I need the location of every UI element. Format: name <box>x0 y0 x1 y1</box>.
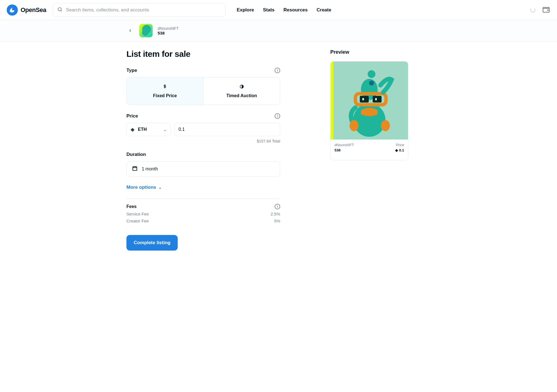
token-id: 538 <box>158 31 179 35</box>
preview-title: Preview <box>330 49 431 55</box>
wallet-icon[interactable] <box>542 5 550 15</box>
preview-price-value: 0.1 <box>399 148 404 152</box>
item-meta: dNounsNFT 538 <box>158 26 179 35</box>
search-input[interactable] <box>66 7 221 13</box>
svg-rect-4 <box>133 167 137 171</box>
more-options-toggle[interactable]: More options ⌄ <box>126 185 280 190</box>
type-info-icon[interactable]: i <box>275 68 280 73</box>
preview-card[interactable]: dNounsNFT 538 Price ◆ 0.1 <box>330 61 408 160</box>
service-fee-label: Service Fee <box>126 212 149 216</box>
svg-point-2 <box>548 10 548 11</box>
creator-fee-label: Creator Fee <box>126 219 149 223</box>
loading-icon <box>530 8 535 13</box>
price-info-icon[interactable]: i <box>275 113 280 119</box>
type-option-auction[interactable]: Timed Auction <box>204 77 280 105</box>
more-options-label: More options <box>126 185 156 190</box>
nav-links: Explore Stats Resources Create <box>237 7 331 13</box>
item-thumbnail[interactable] <box>139 24 153 37</box>
svg-point-14 <box>350 120 358 131</box>
back-button[interactable] <box>126 27 134 35</box>
nav-resources[interactable]: Resources <box>284 7 308 13</box>
chevron-down-icon: ⌄ <box>163 127 167 132</box>
preview-collection: dNounsNFT <box>334 143 354 147</box>
svg-rect-12 <box>375 98 377 100</box>
type-label: Type <box>126 68 137 73</box>
page-title: List item for sale <box>126 49 280 59</box>
timer-icon <box>239 84 244 90</box>
search-bar[interactable] <box>53 3 226 17</box>
eth-icon: ◆ <box>395 148 398 152</box>
creator-fee-value: 5% <box>274 219 280 223</box>
usd-total: $157.64 Total <box>126 139 280 143</box>
opensea-logo-icon <box>7 4 18 16</box>
search-icon <box>57 7 63 13</box>
price-label: Price <box>126 113 138 119</box>
preview-price-label: Price <box>395 143 404 147</box>
svg-rect-10 <box>373 96 382 102</box>
currency-select[interactable]: ◆ ETH ⌄ <box>126 123 171 136</box>
svg-point-0 <box>58 8 61 11</box>
collection-name[interactable]: dNounsNFT <box>158 26 179 31</box>
complete-listing-button[interactable]: Complete listing <box>126 235 178 251</box>
nav-create[interactable]: Create <box>317 7 331 13</box>
svg-point-13 <box>368 70 375 78</box>
nav-explore[interactable]: Explore <box>237 7 254 13</box>
svg-rect-9 <box>360 96 369 102</box>
svg-rect-11 <box>362 98 364 100</box>
brand-name: OpenSea <box>21 6 46 14</box>
calendar-icon <box>132 165 138 173</box>
separator <box>126 199 280 199</box>
listing-form: List item for sale Type i Fixed Price Ti… <box>126 49 280 251</box>
svg-point-7 <box>369 80 374 85</box>
duration-label: Duration <box>126 152 146 157</box>
preview-token-id: 538 <box>334 148 354 152</box>
duration-value: 1 month <box>142 166 158 171</box>
svg-point-15 <box>381 120 390 131</box>
currency-symbol: ETH <box>138 127 147 132</box>
eth-icon: ◆ <box>131 126 135 133</box>
type-toggle: Fixed Price Timed Auction <box>126 77 280 105</box>
item-header-bar: dNounsNFT 538 <box>0 20 557 41</box>
type-auction-label: Timed Auction <box>226 93 257 98</box>
fees-info-icon[interactable]: i <box>275 204 280 209</box>
price-input[interactable] <box>174 123 280 136</box>
dollar-icon <box>162 84 167 90</box>
brand[interactable]: OpenSea <box>7 4 46 16</box>
type-fixed-label: Fixed Price <box>153 93 177 98</box>
duration-select[interactable]: 1 month <box>126 161 280 177</box>
fees-label: Fees <box>126 204 136 209</box>
top-nav: OpenSea Explore Stats Resources Create <box>0 0 557 20</box>
preview-artwork <box>331 62 408 139</box>
chevron-down-icon: ⌄ <box>158 185 162 190</box>
nav-right <box>530 5 550 15</box>
preview-panel: Preview <box>330 49 431 251</box>
service-fee-value: 2.5% <box>271 212 280 216</box>
type-option-fixed[interactable]: Fixed Price <box>127 77 204 105</box>
nav-stats[interactable]: Stats <box>263 7 275 13</box>
